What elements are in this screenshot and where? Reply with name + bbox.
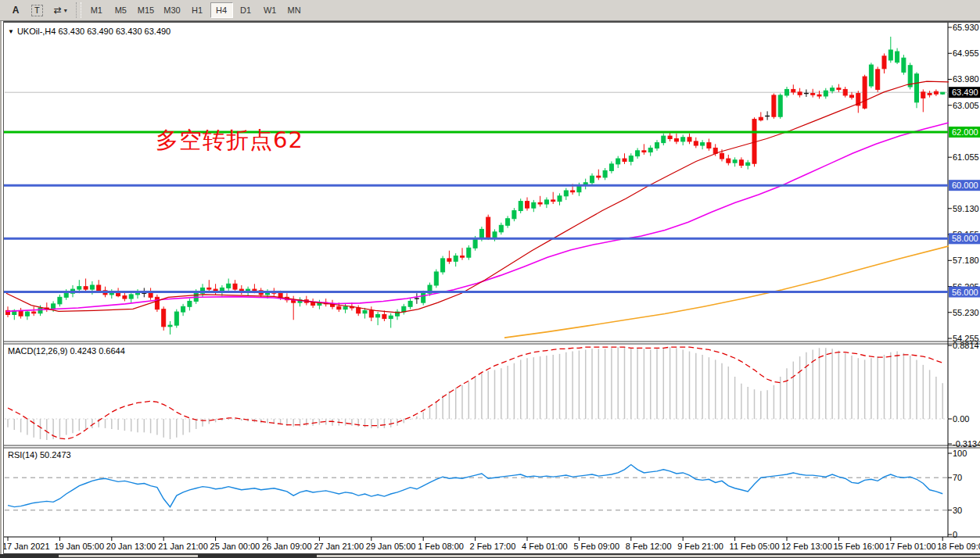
- svg-text:63.005: 63.005: [953, 101, 979, 110]
- level-price-badge: 62.000: [949, 127, 980, 138]
- chart-title-text: UKOil-,H4 63.430 63.490 63.430 63.490: [17, 27, 171, 36]
- svg-text:0: 0: [953, 530, 957, 539]
- svg-text:26 Jan 09:00: 26 Jan 09:00: [262, 542, 312, 551]
- arrows-tool-button[interactable]: ⇄ ▾: [49, 2, 72, 19]
- level-price-badge: 56.000: [949, 287, 980, 298]
- svg-text:21 Jan 21:00: 21 Jan 21:00: [158, 542, 208, 551]
- svg-text:29 Jan 05:00: 29 Jan 05:00: [366, 542, 416, 551]
- svg-text:0.00: 0.00: [953, 414, 969, 424]
- chart-text-annotation[interactable]: 多空转折点62: [156, 125, 303, 156]
- svg-text:5 Feb 09:00: 5 Feb 09:00: [573, 542, 619, 551]
- timeframe-button-m1[interactable]: M1: [85, 2, 108, 18]
- svg-text:8 Feb 12:00: 8 Feb 12:00: [626, 542, 672, 551]
- svg-text:18 Feb 09:00: 18 Feb 09:00: [937, 542, 980, 551]
- svg-text:60.000: 60.000: [952, 181, 978, 190]
- svg-text:57.180: 57.180: [953, 256, 979, 265]
- svg-text:-0.3134: -0.3134: [953, 439, 980, 449]
- macd-indicator-label: MACD(12,26,9) 0.4243 0.6644: [8, 346, 125, 356]
- level-price-badge: 58.000: [949, 233, 980, 244]
- svg-text:15 Feb 16:00: 15 Feb 16:00: [833, 542, 884, 551]
- current-price-badge: 63.490: [949, 87, 980, 98]
- svg-text:63.490: 63.490: [952, 88, 978, 97]
- svg-text:19 Jan 05:00: 19 Jan 05:00: [54, 542, 104, 551]
- svg-text:64.955: 64.955: [953, 48, 979, 58]
- svg-text:12 Feb 13:00: 12 Feb 13:00: [781, 542, 832, 551]
- svg-text:17 Jan 2021: 17 Jan 2021: [2, 542, 50, 551]
- svg-text:100: 100: [953, 449, 967, 458]
- svg-text:0.8814: 0.8814: [953, 341, 979, 350]
- timeframe-button-d1[interactable]: D1: [235, 2, 257, 18]
- arrows-icon: ⇄: [54, 5, 62, 16]
- svg-text:65.930: 65.930: [953, 23, 979, 32]
- timeframe-button-mn[interactable]: MN: [283, 2, 306, 18]
- svg-text:70: 70: [953, 473, 962, 482]
- window-left-border: [0, 21, 4, 555]
- svg-text:17 Feb 01:00: 17 Feb 01:00: [885, 542, 936, 551]
- timeframe-button-m15[interactable]: M15: [134, 2, 158, 18]
- rsi-indicator-label: RSI(14) 50.2473: [8, 450, 71, 460]
- svg-text:59.130: 59.130: [953, 204, 979, 213]
- level-price-badge: 60.000: [949, 180, 980, 191]
- collapse-triangle-icon[interactable]: ▼: [8, 28, 14, 35]
- svg-text:61.055: 61.055: [953, 152, 979, 162]
- svg-text:9 Feb 21:00: 9 Feb 21:00: [677, 542, 723, 551]
- svg-text:58.000: 58.000: [952, 234, 978, 243]
- timeframe-button-h4[interactable]: H4: [210, 2, 233, 18]
- svg-text:56.000: 56.000: [952, 288, 978, 297]
- svg-text:1 Feb 08:00: 1 Feb 08:00: [418, 542, 464, 551]
- taskbar-segment: [59, 555, 198, 557]
- timeframe-button-group: M1M5M15M30H1H4D1W1MN: [84, 2, 307, 18]
- chevron-down-icon: ▾: [64, 7, 67, 14]
- text-tool-button[interactable]: T: [27, 2, 48, 19]
- svg-text:4 Feb 01:00: 4 Feb 01:00: [522, 542, 568, 551]
- toolbar-separator: [76, 2, 81, 18]
- svg-text:20 Jan 13:00: 20 Jan 13:00: [106, 542, 156, 551]
- chart-area[interactable]: 65.93064.95563.98063.00561.05559.13058.1…: [0, 21, 980, 558]
- svg-text:55.230: 55.230: [953, 308, 979, 317]
- timeframe-button-m5[interactable]: M5: [109, 2, 132, 18]
- svg-text:63.980: 63.980: [953, 74, 979, 84]
- svg-text:2 Feb 17:00: 2 Feb 17:00: [470, 542, 516, 551]
- annotation-a-button[interactable]: A: [6, 2, 25, 19]
- toolbar: A T ⇄ ▾ M1M5M15M30H1H4D1W1MN: [0, 0, 980, 21]
- chart-header: ▼UKOil-,H4 63.430 63.490 63.430 63.490: [8, 27, 171, 36]
- timeframe-button-w1[interactable]: W1: [259, 2, 282, 18]
- svg-text:25 Jan 00:00: 25 Jan 00:00: [210, 542, 260, 551]
- svg-text:27 Jan 21:00: 27 Jan 21:00: [314, 542, 364, 551]
- svg-text:62.000: 62.000: [952, 127, 978, 137]
- text-tool-icon: T: [31, 5, 43, 16]
- svg-text:30: 30: [953, 506, 962, 515]
- timeframe-button-m30[interactable]: M30: [160, 2, 184, 18]
- price-chart-canvas[interactable]: 65.93064.95563.98063.00561.05559.13058.1…: [0, 21, 980, 558]
- timeframe-button-h1[interactable]: H1: [186, 2, 209, 18]
- window-bottom-edge: [0, 554, 980, 558]
- taskbar-segment: [317, 555, 980, 557]
- svg-text:11 Feb 05:00: 11 Feb 05:00: [730, 542, 780, 551]
